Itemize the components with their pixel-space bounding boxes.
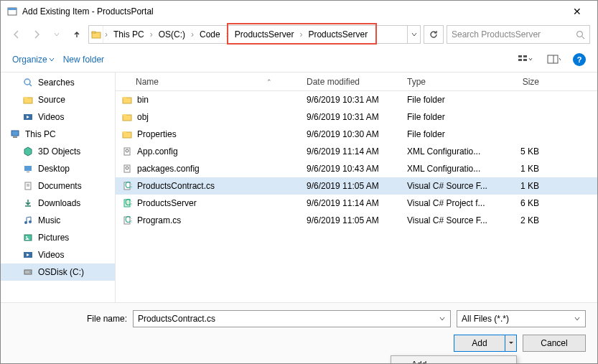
file-type: File folder [401, 129, 492, 139]
breadcrumb[interactable]: › This PC › OS(C:) › Code › ProductsServ… [88, 25, 421, 44]
file-type: Visual C# Source F... [401, 215, 492, 225]
sidebar-item[interactable]: This PC [1, 126, 115, 143]
col-type-header[interactable]: Type [401, 77, 492, 87]
organize-menu[interactable]: Organize [12, 55, 55, 65]
sidebar-item-label: This PC [25, 129, 56, 139]
forward-button[interactable] [28, 26, 45, 43]
svg-rect-1 [8, 8, 17, 10]
svg-rect-22 [27, 172, 29, 172]
sidebar-item[interactable]: Videos [1, 108, 115, 126]
docs-icon [22, 180, 34, 192]
sidebar-item[interactable]: Videos [1, 246, 115, 263]
sidebar-item-label: Videos [38, 250, 64, 260]
add-dropdown-menu: AddAdd As Link [391, 355, 517, 364]
view-options[interactable] [515, 51, 536, 68]
chevron-down-icon [574, 315, 581, 322]
file-name: ProductsServer [137, 198, 197, 208]
file-row[interactable]: packages.config9/6/2019 10:43 AMXML Conf… [116, 160, 597, 177]
file-size: 6 KB [492, 198, 549, 208]
sidebar-item[interactable]: OSDisk (C:) [1, 263, 115, 281]
breadcrumb-item[interactable]: ProductsServer [230, 26, 299, 43]
add-button[interactable]: Add [454, 335, 517, 352]
add-split-button[interactable] [505, 335, 516, 351]
file-name: Properties [137, 129, 177, 139]
file-size: 1 KB [492, 181, 549, 191]
file-row[interactable]: bin9/6/2019 10:31 AMFile folder [116, 91, 597, 108]
svg-rect-7 [523, 55, 527, 57]
close-button[interactable]: ✕ [563, 6, 592, 17]
window-title: Add Existing Item - ProductsPortal [22, 6, 563, 17]
sidebar-item[interactable]: 3D Objects [1, 143, 115, 160]
3d-icon [22, 146, 34, 157]
sidebar-item[interactable]: Downloads [1, 195, 115, 212]
file-date: 9/6/2019 10:30 AM [301, 129, 401, 139]
dropdown-item[interactable]: Add [391, 356, 516, 364]
folder-icon [121, 111, 133, 123]
svg-point-4 [577, 31, 583, 37]
help-button[interactable]: ? [573, 53, 586, 66]
sidebar-item-label: Desktop [38, 164, 70, 174]
file-date: 9/6/2019 11:05 AM [301, 181, 401, 191]
sidebar-item[interactable]: Searches [1, 74, 115, 91]
folder-icon [22, 94, 34, 106]
svg-rect-8 [518, 59, 522, 61]
col-size-header[interactable]: Size [492, 77, 549, 87]
sidebar-item[interactable]: Documents [1, 177, 115, 195]
sidebar-item[interactable]: Music [1, 212, 115, 229]
sidebar-item-label: Searches [38, 78, 75, 88]
svg-point-12 [24, 79, 30, 85]
folder-icon [121, 94, 133, 106]
sidebar-item[interactable]: Source [1, 91, 115, 108]
desktop-icon [22, 163, 34, 174]
search-placeholder: Search ProductsServer [452, 29, 576, 39]
chevron-right-icon: › [103, 29, 109, 39]
file-date: 9/6/2019 11:14 AM [301, 146, 401, 157]
svg-text:C#: C# [125, 215, 132, 225]
file-row[interactable]: App.config9/6/2019 11:14 AMXML Configura… [116, 143, 597, 160]
sidebar-item-label: Downloads [38, 198, 80, 208]
sidebar-item-label: Videos [38, 112, 64, 122]
svg-rect-21 [24, 166, 32, 171]
cancel-button[interactable]: Cancel [523, 335, 586, 352]
search-input[interactable]: Search ProductsServer [447, 25, 590, 44]
filter-dropdown[interactable]: All Files (*.*) [457, 310, 586, 327]
breadcrumb-item[interactable]: This PC [109, 26, 149, 43]
col-name-header[interactable]: Name⌃ [116, 77, 301, 87]
svg-rect-10 [548, 55, 558, 63]
file-row[interactable]: C#ProductsContract.cs9/6/2019 11:05 AMVi… [116, 177, 597, 195]
file-row[interactable]: C#Program.cs9/6/2019 11:05 AMVisual C# S… [116, 212, 597, 229]
sidebar-item[interactable]: Desktop [1, 160, 115, 177]
file-size: 5 KB [492, 146, 549, 157]
breadcrumb-item[interactable]: ProductsServer [304, 26, 372, 43]
svg-line-5 [582, 37, 584, 39]
svg-rect-19 [13, 136, 17, 138]
refresh-button[interactable] [424, 25, 444, 44]
file-type: File folder [401, 95, 492, 105]
title-bar: Add Existing Item - ProductsPortal ✕ [1, 1, 597, 22]
file-type: File folder [401, 112, 492, 122]
new-folder-button[interactable]: New folder [63, 55, 104, 65]
breadcrumb-dropdown[interactable] [407, 26, 420, 43]
breadcrumb-item[interactable]: Code [195, 26, 225, 43]
recent-dropdown[interactable] [48, 26, 65, 43]
file-row[interactable]: obj9/6/2019 10:31 AMFile folder [116, 108, 597, 126]
folder-icon [89, 26, 103, 43]
col-date-header[interactable]: Date modified [301, 77, 401, 87]
sidebar-item[interactable]: Pictures [1, 229, 115, 246]
file-row[interactable]: Properties9/6/2019 10:30 AMFile folder [116, 126, 597, 143]
svg-rect-6 [518, 55, 522, 57]
file-row[interactable]: C#ProductsServer9/6/2019 11:14 AMVisual … [116, 195, 597, 212]
file-name: Program.cs [137, 215, 181, 225]
app-icon [6, 6, 18, 17]
svg-rect-41 [123, 131, 126, 133]
breadcrumb-item[interactable]: OS(C:) [154, 26, 190, 43]
chevron-down-icon[interactable] [439, 315, 446, 322]
preview-pane-button[interactable] [544, 51, 564, 68]
svg-rect-9 [523, 59, 527, 61]
music-icon [22, 215, 34, 226]
back-button[interactable] [8, 26, 25, 43]
up-button[interactable] [68, 26, 85, 43]
filename-input[interactable]: ProductsContract.cs [133, 310, 451, 327]
videos-icon [22, 111, 34, 123]
svg-rect-40 [123, 132, 131, 138]
